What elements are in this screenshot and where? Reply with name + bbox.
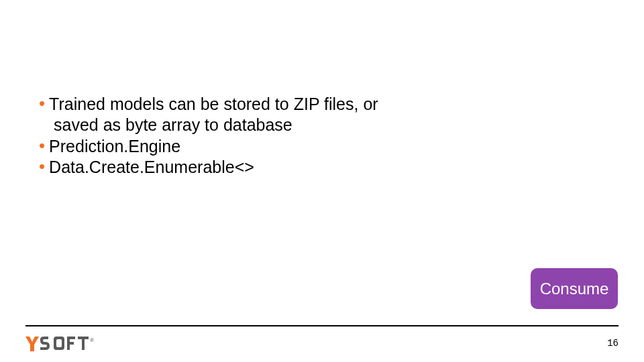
ysoft-logo: ® (25, 335, 99, 353)
bullet-dot-icon: • (39, 157, 45, 176)
svg-rect-5 (67, 342, 74, 345)
bullet-text-1-line1: Trained models can be stored to ZIP file… (49, 94, 378, 115)
svg-marker-0 (25, 337, 39, 351)
bullet-list: • Trained models can be stored to ZIP fi… (39, 94, 415, 178)
svg-rect-4 (67, 337, 75, 339)
bullet-text-2: Prediction.Engine (49, 136, 180, 157)
bullet-text-1-line2: saved as byte array to database (54, 115, 415, 135)
bullet-item-1: • Trained models can be stored to ZIP fi… (39, 94, 415, 115)
bullet-dot-icon: • (39, 94, 45, 113)
svg-text:®: ® (90, 337, 94, 343)
svg-rect-2 (56, 339, 62, 347)
svg-rect-7 (82, 337, 85, 350)
bullet-dot-icon: • (39, 136, 45, 156)
consume-badge: Consume (531, 268, 618, 309)
bullet-text-3: Data.Create.Enumerable<> (49, 157, 254, 178)
footer-divider (25, 325, 619, 326)
bullet-item-3: • Data.Create.Enumerable<> (39, 157, 415, 178)
page-number: 16 (607, 338, 619, 349)
consume-badge-label: Consume (540, 280, 609, 298)
bullet-item-2: • Prediction.Engine (39, 136, 415, 157)
